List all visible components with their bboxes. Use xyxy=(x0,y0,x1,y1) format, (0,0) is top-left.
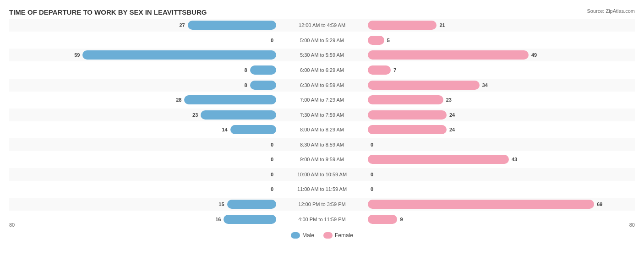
male-value: 15 xyxy=(218,201,224,207)
row-label: 8:30 AM to 8:59 AM xyxy=(276,142,368,147)
male-value: 0 xyxy=(271,38,273,43)
bar-row: 23 7:30 AM to 7:59 AM 24 xyxy=(9,109,635,121)
female-swatch xyxy=(323,232,333,239)
female-value: 43 xyxy=(512,157,517,162)
female-value: 5 xyxy=(387,38,390,43)
left-bar-container: 0 xyxy=(271,155,276,164)
bar-row: 28 7:00 AM to 7:29 AM 23 xyxy=(9,93,635,106)
bar-row: 0 9:00 AM to 9:59 AM 43 xyxy=(9,153,635,166)
left-bar-container: 8 xyxy=(245,81,276,90)
female-bar xyxy=(368,200,594,209)
bar-rows: 27 12:00 AM to 4:59 AM 21 0 5:00 AM to 5… xyxy=(9,18,635,227)
row-label: 4:00 PM to 11:59 PM xyxy=(276,217,368,222)
female-value: 34 xyxy=(482,82,488,88)
female-value: 49 xyxy=(531,52,537,58)
row-label: 11:00 AM to 11:59 AM xyxy=(276,186,368,192)
male-swatch xyxy=(291,232,300,239)
row-label: 7:00 AM to 7:29 AM xyxy=(276,97,368,103)
female-label: Female xyxy=(335,232,353,239)
male-bar xyxy=(230,125,276,134)
row-label: 6:00 AM to 6:29 AM xyxy=(276,67,368,73)
bar-row: 0 10:00 AM to 10:59 AM 0 xyxy=(9,168,635,181)
source-text: Source: ZipAtlas.com xyxy=(587,8,635,14)
left-bar-container: 23 xyxy=(192,110,276,120)
row-label: 10:00 AM to 10:59 AM xyxy=(276,172,368,177)
right-bar-container: 69 xyxy=(368,200,602,209)
right-bar-container: 49 xyxy=(368,50,537,60)
bar-row: 14 8:00 AM to 8:29 AM 24 xyxy=(9,123,635,136)
axis-left: 80 xyxy=(9,222,15,228)
right-bar-container: 0 xyxy=(368,170,373,179)
left-bar-container: 27 xyxy=(179,21,276,30)
male-value: 0 xyxy=(271,142,273,147)
row-label: 8:00 AM to 8:29 AM xyxy=(276,127,368,132)
legend-female: Female xyxy=(323,232,353,239)
left-bar-container: 0 xyxy=(271,185,276,194)
male-bar xyxy=(250,81,276,90)
left-bar-container: 0 xyxy=(271,170,276,179)
right-bar-container: 7 xyxy=(368,65,396,75)
row-label: 6:30 AM to 6:59 AM xyxy=(276,82,368,88)
male-bar xyxy=(184,95,276,104)
male-bar xyxy=(82,50,276,60)
female-value: 23 xyxy=(446,97,452,103)
male-value: 0 xyxy=(271,172,273,177)
male-value: 16 xyxy=(215,217,221,222)
female-value: 0 xyxy=(371,172,373,177)
bar-row: 59 5:30 AM to 5:59 AM 49 xyxy=(9,49,635,61)
right-bar-container: 24 xyxy=(368,125,455,134)
male-value: 59 xyxy=(74,52,80,58)
male-value: 8 xyxy=(245,67,247,73)
male-value: 28 xyxy=(176,97,181,103)
female-bar xyxy=(368,110,447,120)
bar-row: 8 6:00 AM to 6:29 AM 7 xyxy=(9,64,635,76)
legend: Male Female xyxy=(291,232,353,239)
bar-row: 15 12:00 PM to 3:59 PM 69 xyxy=(9,198,635,211)
row-label: 5:30 AM to 5:59 AM xyxy=(276,52,368,58)
female-bar xyxy=(368,155,509,164)
axis-labels: 80 80 xyxy=(9,222,635,228)
chart-area: 27 12:00 AM to 4:59 AM 21 0 5:00 AM to 5… xyxy=(9,18,635,240)
male-value: 14 xyxy=(222,127,227,132)
bar-row: 27 12:00 AM to 4:59 AM 21 xyxy=(9,19,635,32)
female-bar xyxy=(368,36,384,45)
row-label: 5:00 AM to 5:29 AM xyxy=(276,38,368,43)
male-value: 0 xyxy=(271,186,273,192)
right-bar-container: 21 xyxy=(368,21,445,30)
left-bar-container: 28 xyxy=(176,95,276,104)
row-label: 12:00 AM to 4:59 AM xyxy=(276,22,368,28)
male-bar xyxy=(201,110,276,120)
left-bar-container: 0 xyxy=(271,36,276,45)
right-bar-container: 23 xyxy=(368,95,452,104)
right-bar-container: 24 xyxy=(368,110,455,120)
legend-male: Male xyxy=(291,232,314,239)
row-label: 9:00 AM to 9:59 AM xyxy=(276,157,368,162)
male-label: Male xyxy=(302,232,314,239)
female-value: 9 xyxy=(400,217,403,222)
row-label: 12:00 PM to 3:59 PM xyxy=(276,201,368,207)
chart-container: TIME OF DEPARTURE TO WORK BY SEX IN LEAV… xyxy=(0,0,644,272)
right-bar-container: 43 xyxy=(368,155,517,164)
female-value: 7 xyxy=(393,67,396,73)
female-value: 24 xyxy=(449,112,455,118)
left-bar-container: 8 xyxy=(245,65,276,75)
male-value: 27 xyxy=(179,22,185,28)
male-value: 0 xyxy=(271,157,273,162)
right-bar-container: 5 xyxy=(368,36,390,45)
female-value: 24 xyxy=(449,127,455,132)
bar-row: 0 5:00 AM to 5:29 AM 5 xyxy=(9,34,635,47)
male-bar xyxy=(227,200,276,209)
axis-right: 80 xyxy=(629,222,635,228)
female-value: 21 xyxy=(439,22,445,28)
female-value: 69 xyxy=(597,201,602,207)
male-bar xyxy=(250,65,276,75)
left-bar-container: 0 xyxy=(271,140,276,149)
female-bar xyxy=(368,21,437,30)
female-value: 0 xyxy=(371,142,373,147)
bar-row: 0 11:00 AM to 11:59 AM 0 xyxy=(9,183,635,196)
bar-row: 0 8:30 AM to 8:59 AM 0 xyxy=(9,138,635,151)
female-bar xyxy=(368,95,443,104)
male-bar xyxy=(188,21,276,30)
female-value: 0 xyxy=(371,186,373,192)
right-bar-container: 34 xyxy=(368,81,488,90)
